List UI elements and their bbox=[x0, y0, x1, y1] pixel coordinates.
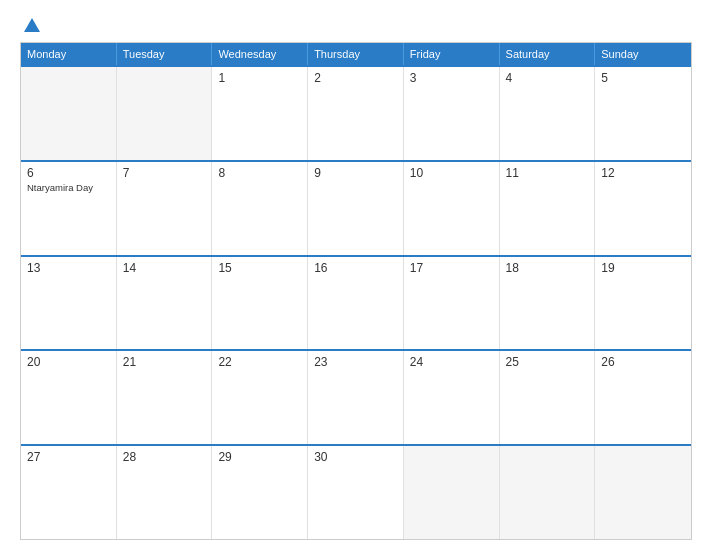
page: MondayTuesdayWednesdayThursdayFridaySatu… bbox=[0, 0, 712, 550]
day-number: 3 bbox=[410, 71, 493, 85]
day-header-tuesday: Tuesday bbox=[117, 43, 213, 65]
logo bbox=[20, 18, 40, 32]
week-row-3: 13141516171819 bbox=[21, 255, 691, 350]
day-cell: 2 bbox=[308, 67, 404, 160]
calendar: MondayTuesdayWednesdayThursdayFridaySatu… bbox=[20, 42, 692, 540]
day-cell: 18 bbox=[500, 257, 596, 350]
day-number: 4 bbox=[506, 71, 589, 85]
day-number: 21 bbox=[123, 355, 206, 369]
day-cell: 26 bbox=[595, 351, 691, 444]
day-cell: 14 bbox=[117, 257, 213, 350]
logo-triangle-icon bbox=[24, 18, 40, 32]
day-event-label: Ntaryamira Day bbox=[27, 182, 110, 193]
day-number: 7 bbox=[123, 166, 206, 180]
day-cell: 30 bbox=[308, 446, 404, 539]
day-cell: 11 bbox=[500, 162, 596, 255]
day-number: 20 bbox=[27, 355, 110, 369]
day-cell bbox=[404, 446, 500, 539]
day-number: 5 bbox=[601, 71, 685, 85]
day-cell: 15 bbox=[212, 257, 308, 350]
day-cell: 8 bbox=[212, 162, 308, 255]
day-cell: 25 bbox=[500, 351, 596, 444]
day-number: 26 bbox=[601, 355, 685, 369]
day-cell bbox=[117, 67, 213, 160]
day-cell: 7 bbox=[117, 162, 213, 255]
day-number: 19 bbox=[601, 261, 685, 275]
day-number: 12 bbox=[601, 166, 685, 180]
day-number: 11 bbox=[506, 166, 589, 180]
day-cell: 9 bbox=[308, 162, 404, 255]
day-cell: 10 bbox=[404, 162, 500, 255]
day-cell: 3 bbox=[404, 67, 500, 160]
day-number: 10 bbox=[410, 166, 493, 180]
day-number: 30 bbox=[314, 450, 397, 464]
day-number: 2 bbox=[314, 71, 397, 85]
day-number: 23 bbox=[314, 355, 397, 369]
day-cell bbox=[21, 67, 117, 160]
day-cell: 1 bbox=[212, 67, 308, 160]
day-header-wednesday: Wednesday bbox=[212, 43, 308, 65]
day-number: 9 bbox=[314, 166, 397, 180]
day-number: 17 bbox=[410, 261, 493, 275]
day-cell: 12 bbox=[595, 162, 691, 255]
day-number: 15 bbox=[218, 261, 301, 275]
day-number: 18 bbox=[506, 261, 589, 275]
day-number: 1 bbox=[218, 71, 301, 85]
week-row-2: 6Ntaryamira Day789101112 bbox=[21, 160, 691, 255]
week-row-1: 12345 bbox=[21, 65, 691, 160]
day-number: 27 bbox=[27, 450, 110, 464]
day-cell: 17 bbox=[404, 257, 500, 350]
day-cell bbox=[500, 446, 596, 539]
day-number: 14 bbox=[123, 261, 206, 275]
day-number: 24 bbox=[410, 355, 493, 369]
day-cell: 4 bbox=[500, 67, 596, 160]
week-row-4: 20212223242526 bbox=[21, 349, 691, 444]
day-number: 29 bbox=[218, 450, 301, 464]
day-cell: 27 bbox=[21, 446, 117, 539]
header bbox=[20, 18, 692, 32]
day-number: 16 bbox=[314, 261, 397, 275]
day-cell: 16 bbox=[308, 257, 404, 350]
day-cell: 23 bbox=[308, 351, 404, 444]
weeks-container: 123456Ntaryamira Day78910111213141516171… bbox=[21, 65, 691, 539]
day-header-friday: Friday bbox=[404, 43, 500, 65]
day-number: 13 bbox=[27, 261, 110, 275]
day-cell: 28 bbox=[117, 446, 213, 539]
day-cell: 5 bbox=[595, 67, 691, 160]
day-cell: 21 bbox=[117, 351, 213, 444]
day-cell: 6Ntaryamira Day bbox=[21, 162, 117, 255]
day-cell: 19 bbox=[595, 257, 691, 350]
day-number: 22 bbox=[218, 355, 301, 369]
day-cell: 24 bbox=[404, 351, 500, 444]
week-row-5: 27282930 bbox=[21, 444, 691, 539]
day-header-thursday: Thursday bbox=[308, 43, 404, 65]
day-headers-row: MondayTuesdayWednesdayThursdayFridaySatu… bbox=[21, 43, 691, 65]
day-number: 25 bbox=[506, 355, 589, 369]
day-cell: 29 bbox=[212, 446, 308, 539]
day-header-monday: Monday bbox=[21, 43, 117, 65]
day-number: 8 bbox=[218, 166, 301, 180]
day-cell: 13 bbox=[21, 257, 117, 350]
day-cell: 20 bbox=[21, 351, 117, 444]
day-number: 28 bbox=[123, 450, 206, 464]
day-number: 6 bbox=[27, 166, 110, 180]
day-header-sunday: Sunday bbox=[595, 43, 691, 65]
day-header-saturday: Saturday bbox=[500, 43, 596, 65]
day-cell bbox=[595, 446, 691, 539]
day-cell: 22 bbox=[212, 351, 308, 444]
